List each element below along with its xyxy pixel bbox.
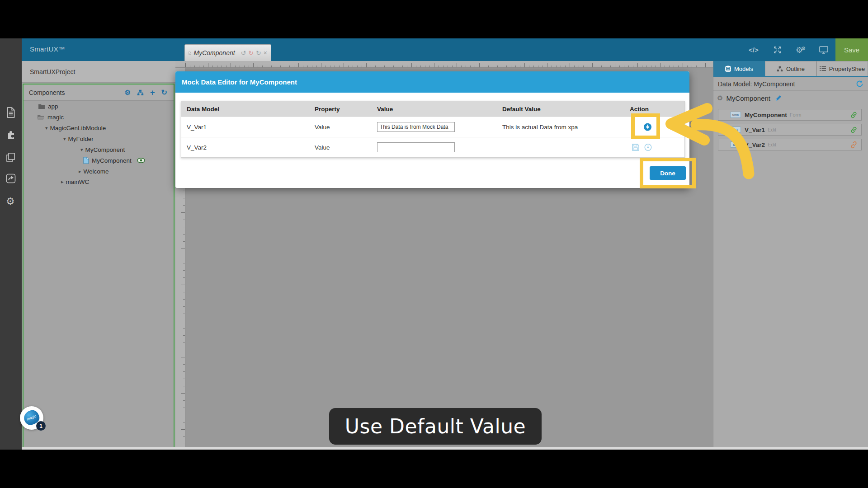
refresh-tab-icon[interactable]: ↻ [256, 49, 261, 56]
table-row: V_Var1 Value This is actual Data from xp… [181, 117, 684, 137]
eye-icon[interactable] [137, 158, 145, 163]
ruler-corner [175, 61, 185, 68]
letterbox-top [0, 0, 868, 38]
dialog-header[interactable]: Mock Data Editor for MyComponent [175, 71, 689, 93]
right-panel-tabs: Models Outline PropertyShee [713, 61, 868, 76]
close-tab-icon[interactable]: × [264, 49, 267, 56]
col-default-value: Default Value [502, 106, 624, 113]
model-item-vvar1[interactable]: ab1 V_Var1 Edit [718, 124, 862, 136]
edit-pencil-icon[interactable] [775, 94, 782, 102]
tree-item-app[interactable]: app [38, 101, 58, 112]
undo-icon[interactable]: ↺ [241, 49, 246, 56]
link-icon[interactable] [850, 126, 858, 134]
form-badge-icon: form [730, 112, 741, 118]
components-title: Components [29, 89, 125, 96]
caret-down-icon[interactable]: ▾ [63, 136, 66, 142]
code-view-icon[interactable]: </> [749, 46, 759, 54]
activity-rail: ⚙ [0, 38, 22, 450]
edit-badge-icon: ab1 [730, 141, 741, 148]
property-list-icon [820, 66, 826, 71]
document-icon[interactable] [6, 107, 16, 118]
tab-property-sheet[interactable]: PropertyShee [816, 61, 868, 76]
data-model-header: Data Model: MyComponent [713, 77, 868, 91]
smartux-ide: ⚙ SmartUX™ MyComponent ↺ ↻ ↻ × </> ⚙⚙ Sa… [0, 0, 868, 488]
model-item-vvar2[interactable]: ab1 V_Var2 Edit [718, 139, 862, 150]
copy-icon[interactable] [6, 152, 16, 162]
use-default-value-icon-disabled[interactable] [644, 144, 652, 151]
col-value: Value [377, 106, 502, 113]
highlight-box-done-button [640, 158, 696, 188]
tab-models[interactable]: Models [713, 61, 765, 76]
col-action: Action [624, 106, 684, 113]
share-icon[interactable] [6, 174, 16, 183]
settings-gear-icon[interactable]: ⚙ [6, 197, 15, 206]
puzzle-icon[interactable] [6, 130, 16, 140]
broken-link-icon[interactable] [850, 141, 858, 149]
tab-doc-icon [189, 49, 191, 57]
components-refresh-icon[interactable]: ↻ [161, 89, 167, 96]
components-sitemap-icon[interactable] [137, 89, 144, 96]
models-panel: Models Outline PropertyShee Data Model: … [713, 61, 868, 450]
model-component-row: ⚙ MyComponent [713, 91, 868, 105]
caret-right-icon[interactable]: ▸ [79, 169, 81, 174]
tutorial-caption: Use Default Value [329, 408, 542, 445]
tab-title: MyComponent [194, 49, 235, 56]
caret-right-icon[interactable]: ▸ [61, 179, 64, 185]
value-input-vvar2[interactable] [377, 142, 455, 152]
assistant-badge: 1 [36, 421, 46, 431]
edit-badge-icon: ab1 [730, 127, 741, 133]
dialog-title: Mock Data Editor for MyComponent [182, 78, 297, 86]
database-icon [725, 66, 731, 72]
tree-item-welcome[interactable]: ▸ Welcome [79, 166, 109, 177]
project-title: SmartUXProject [30, 68, 75, 75]
save-value-icon[interactable] [632, 144, 639, 151]
highlight-box-action-icon [631, 113, 660, 139]
mock-data-editor-dialog: Mock Data Editor for MyComponent Data Mo… [175, 71, 689, 188]
horizontal-ruler [185, 61, 713, 68]
link-icon[interactable] [850, 111, 858, 119]
save-button[interactable]: Save [835, 38, 868, 61]
redo-icon[interactable]: ↻ [248, 49, 254, 56]
components-panel: Components ⚙ + ↻ app magic ▾ MagicGenLib… [23, 84, 175, 449]
components-header: Components ⚙ + ↻ [24, 84, 174, 101]
caret-down-icon[interactable]: ▾ [80, 147, 83, 153]
gears-icon[interactable]: ⚙⚙ [796, 45, 807, 55]
mock-data-table: Data Model Property Value Default Value … [181, 101, 685, 158]
project-explorer: SmartUXProject Components ⚙ + ↻ app magi… [22, 61, 175, 450]
table-row: V_Var2 Value [181, 137, 684, 157]
app-title: SmartUX™ [30, 45, 65, 53]
tree-item-mycomponent-form[interactable]: MyComponent [83, 155, 145, 166]
col-property: Property [315, 106, 377, 113]
expand-icon[interactable] [773, 46, 782, 54]
magic-assistant-bubble[interactable]: magic 1 [20, 406, 43, 430]
project-header[interactable]: SmartUXProject [22, 61, 175, 83]
model-gears-icon: ⚙ [717, 94, 723, 102]
tree-item-mycomponent[interactable]: ▾ MyComponent [80, 144, 125, 155]
value-input-vvar1[interactable] [377, 122, 455, 132]
tab-outline[interactable]: Outline [765, 61, 816, 76]
col-data-model: Data Model [181, 106, 315, 113]
caption-text: Use Default Value [345, 415, 526, 438]
components-gear-icon[interactable]: ⚙ [125, 89, 131, 96]
model-item-mycomponent[interactable]: form MyComponent Form [718, 109, 862, 121]
components-add-icon[interactable]: + [150, 89, 155, 97]
component-doc-icon [83, 157, 89, 164]
data-model-title: Data Model: MyComponent [718, 80, 856, 88]
letterbox-bottom [0, 450, 868, 488]
tree-item-myfolder[interactable]: ▾ MyFolder [63, 133, 94, 144]
app-header: SmartUX™ MyComponent ↺ ↻ ↻ × </> ⚙⚙ Save [22, 38, 868, 61]
doc-tab-mycomponent[interactable]: MyComponent ↺ ↻ ↻ × [184, 44, 271, 61]
tree-item-mainwc[interactable]: ▸ mainWC [61, 176, 89, 187]
folder-icon [38, 103, 45, 109]
folder-open-icon [37, 114, 45, 120]
table-header-row: Data Model Property Value Default Value … [181, 101, 684, 117]
model-component-name: MyComponent [726, 94, 770, 102]
tree-item-magicgenlibmodule[interactable]: ▾ MagicGenLibModule [45, 122, 106, 133]
preview-monitor-icon[interactable] [819, 46, 828, 54]
caret-down-icon[interactable]: ▾ [45, 125, 48, 131]
tree-item-magic[interactable]: magic [37, 112, 64, 122]
data-model-refresh-icon[interactable] [856, 80, 863, 88]
outline-sitemap-icon [777, 66, 783, 72]
